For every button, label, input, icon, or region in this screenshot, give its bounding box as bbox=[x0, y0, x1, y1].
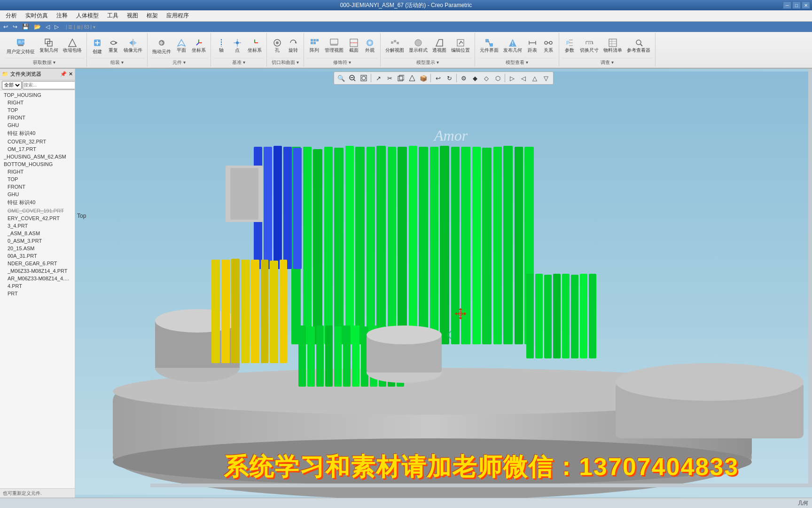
btn-user-define[interactable]: 用户 用户定义特征 bbox=[5, 36, 37, 56]
btn-params[interactable]: P 参数 bbox=[562, 38, 577, 55]
vp-clip[interactable]: ✂ bbox=[384, 73, 395, 83]
tree-item-feature40-1[interactable]: 特征 标识40 bbox=[0, 129, 75, 138]
btn-section[interactable]: 截面 bbox=[346, 38, 361, 55]
tree-item-housing-asm[interactable]: _HOUSING_ASM_62.ASM bbox=[0, 153, 75, 160]
btn-appearance[interactable]: 外观 bbox=[362, 38, 377, 55]
tree-item-nder-gear6[interactable]: NDER_GEAR_6.PRT bbox=[0, 260, 75, 267]
close-button[interactable]: ✕ bbox=[802, 1, 810, 9]
btn-perspective[interactable]: 透视图 bbox=[430, 38, 448, 55]
maximize-button[interactable]: □ bbox=[792, 1, 801, 9]
btn-point[interactable]: 点 bbox=[230, 38, 245, 55]
menu-view[interactable]: 视图 bbox=[123, 11, 142, 21]
menu-annotate[interactable]: 注释 bbox=[53, 11, 71, 21]
vp-package[interactable]: 📦 bbox=[418, 73, 429, 83]
menu-realtime[interactable]: 实时仿真 bbox=[22, 11, 52, 21]
tree-item-ghu1[interactable]: GHU bbox=[0, 121, 75, 129]
menu-human[interactable]: 人体模型 bbox=[72, 11, 102, 21]
tree-item-top-housing[interactable]: TOP_HOUSING bbox=[0, 91, 75, 99]
vp-nav4[interactable]: ▽ bbox=[541, 73, 551, 83]
btn-drag[interactable]: ✥ 拖动元件 bbox=[150, 36, 173, 56]
tree-item-ome-cover191[interactable]: OME_COVER_191.PRT bbox=[0, 207, 75, 214]
tree-item-ghu2[interactable]: GHU bbox=[0, 190, 75, 198]
vp-box[interactable] bbox=[396, 73, 406, 83]
btn-relation[interactable]: 关系 bbox=[541, 38, 556, 55]
vp-zoom-out[interactable] bbox=[347, 73, 358, 83]
vp-diamond-filled[interactable]: ◆ bbox=[470, 73, 480, 83]
vp-wireframe[interactable] bbox=[407, 73, 417, 83]
btn-create[interactable]: 创建 bbox=[90, 36, 105, 56]
tree-item-prt[interactable]: PRT bbox=[0, 290, 75, 297]
vp-orient[interactable]: ↗ bbox=[373, 73, 383, 83]
btn-manage-view[interactable]: 管理视图 bbox=[323, 38, 345, 55]
vp-nav2[interactable]: ◁ bbox=[518, 73, 529, 83]
vp-settings[interactable]: ⚙ bbox=[459, 73, 469, 83]
tree-item-front1[interactable]: FRONT bbox=[0, 114, 75, 121]
tree-item-ery-cover42[interactable]: ERY_COVER_42.PRT bbox=[0, 214, 75, 222]
tree-item-front2[interactable]: FRONT bbox=[0, 183, 75, 190]
qa-save[interactable]: 💾 bbox=[21, 23, 31, 31]
sidebar-filter-select[interactable]: 全部 bbox=[2, 81, 22, 89]
btn-array[interactable]: 阵列 bbox=[307, 38, 322, 55]
tree-item-m06z33-2[interactable]: AR_M06Z33-M08Z14_4.PRT bbox=[0, 275, 75, 282]
btn-copy-geo[interactable]: 复制几何 bbox=[38, 38, 60, 55]
tree-item-top2[interactable]: TOP bbox=[0, 175, 75, 183]
vp-hex[interactable]: ⬡ bbox=[492, 73, 503, 83]
vp-nav3[interactable]: △ bbox=[530, 73, 540, 83]
datum-label: 基准 ▾ bbox=[214, 58, 264, 66]
btn-coord2[interactable]: 坐标系 bbox=[246, 38, 264, 55]
vertical-scrollbar[interactable] bbox=[808, 69, 812, 487]
tree-item-cover32[interactable]: COVER_32.PRT bbox=[0, 138, 75, 145]
btn-rotate[interactable]: 旋转 bbox=[286, 38, 301, 55]
qa-redo[interactable]: ↪ bbox=[11, 23, 19, 31]
btn-ref-viewer[interactable]: 参考查看器 bbox=[625, 38, 652, 55]
vp-undo[interactable]: ↩ bbox=[433, 73, 443, 83]
qa-undo[interactable]: ↩ bbox=[2, 23, 9, 31]
tree-item-20-15[interactable]: 20_15.ASM bbox=[0, 245, 75, 252]
btn-hole[interactable]: 孔 bbox=[270, 38, 285, 55]
menu-analyze[interactable]: 分析 bbox=[2, 11, 21, 21]
minimize-button[interactable]: ─ bbox=[783, 1, 791, 9]
btn-mirror[interactable]: 镜像元件 bbox=[122, 38, 144, 55]
tree-item-m06z33-1[interactable]: _M06Z33-M08Z14_4.PRT bbox=[0, 267, 75, 275]
btn-axis[interactable]: 轴 bbox=[214, 38, 229, 55]
btn-repeat[interactable]: 重复 bbox=[106, 38, 121, 55]
amor-watermark: Amor bbox=[433, 127, 468, 144]
tree-item-00a-31[interactable]: 00A_31.PRT bbox=[0, 252, 75, 260]
menu-tools[interactable]: 工具 bbox=[103, 11, 122, 21]
btn-bom[interactable]: 物料清单 bbox=[601, 38, 624, 55]
btn-publish-geo[interactable]: 发布几何 bbox=[501, 38, 524, 55]
tree-item-bottom-housing[interactable]: BOTTOM_HOUSING bbox=[0, 160, 75, 168]
qa-open[interactable]: 📂 bbox=[32, 23, 42, 31]
tree-item-3-4[interactable]: 3_4.PRT bbox=[0, 222, 75, 230]
btn-shrink[interactable]: 收缩包络 bbox=[61, 38, 84, 55]
btn-coord[interactable]: 坐标系 bbox=[190, 38, 208, 55]
3d-viewport[interactable]: 🔍 ↗ ✂ 📦 ↩ ↻ ⚙ ◆ ◇ ⬡ bbox=[75, 69, 812, 498]
tree-item-asm8[interactable]: _ASM_8.ASM bbox=[0, 230, 75, 237]
tree-item-4-prt[interactable]: 4.PRT bbox=[0, 282, 75, 290]
tree-item-right1[interactable]: RIGHT bbox=[0, 99, 75, 106]
vp-redo[interactable]: ↻ bbox=[444, 73, 454, 83]
btn-switch-dim[interactable]: 13.5 切换尺寸 bbox=[578, 38, 601, 55]
sidebar-search-input[interactable] bbox=[23, 81, 75, 89]
tree-item-right2[interactable]: RIGHT bbox=[0, 168, 75, 175]
vp-diamond-empty[interactable]: ◇ bbox=[481, 73, 492, 83]
btn-component-interface[interactable]: 元件界面 bbox=[478, 38, 500, 55]
btn-edit-pos[interactable]: 编辑位置 bbox=[449, 38, 472, 55]
horizontal-scrollbar[interactable] bbox=[150, 484, 812, 487]
btn-distance[interactable]: 距表 bbox=[525, 38, 540, 55]
vp-fit[interactable] bbox=[359, 73, 369, 83]
btn-display-style[interactable]: 显示样式 bbox=[407, 38, 429, 55]
tree-item-top1[interactable]: TOP bbox=[0, 106, 75, 114]
menu-frame[interactable]: 框架 bbox=[143, 11, 162, 21]
tree-item-asm3[interactable]: 0_ASM_3.PRT bbox=[0, 237, 75, 245]
btn-explode[interactable]: 分解视图 bbox=[383, 38, 406, 55]
vp-nav1[interactable]: ▷ bbox=[507, 73, 517, 83]
qa-forward[interactable]: ▷ bbox=[53, 23, 60, 31]
vp-zoom-in[interactable]: 🔍 bbox=[336, 73, 346, 83]
tree-item-om17[interactable]: OM_17.PRT bbox=[0, 145, 75, 153]
qa-back[interactable]: ◁ bbox=[44, 23, 51, 31]
btn-plane[interactable]: 平面 bbox=[174, 38, 189, 55]
tree-item-feature40-2[interactable]: 特征 标识40 bbox=[0, 198, 75, 207]
menu-apps[interactable]: 应用程序 bbox=[163, 11, 193, 21]
sidebar-close-icon[interactable]: ✕ bbox=[69, 71, 73, 77]
